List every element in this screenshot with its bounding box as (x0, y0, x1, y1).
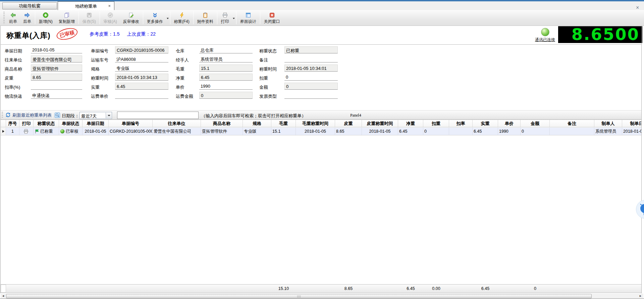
column-header-扣重[interactable]: 扣重 (423, 120, 449, 127)
form-label: 称重时间 (259, 66, 277, 72)
approved-stamp: 已审核 (55, 26, 79, 42)
toolbar-separator (35, 11, 35, 24)
summary-商品名称 (201, 285, 243, 293)
toolbar-button-关闭窗口[interactable]: 关闭窗口 (261, 10, 283, 25)
column-header-序号[interactable]: 序号 (6, 120, 19, 127)
column-header-打印[interactable]: 打印 (19, 120, 34, 127)
save-icon (86, 11, 92, 18)
scrollbar-thumb[interactable] (6, 294, 592, 298)
comm-connected-icon (541, 28, 549, 36)
add-icon (43, 11, 49, 18)
form-field[interactable]: 已称重 (284, 46, 338, 53)
column-header-制单人[interactable]: 制单人 (594, 120, 622, 127)
column-header-单据编号[interactable]: 单据编号 (109, 120, 153, 127)
toolbar-button-前单[interactable]: 前单 (6, 10, 20, 25)
row-marker-icon (2, 130, 4, 133)
column-header-净重[interactable]: 净重 (398, 120, 423, 127)
summary-制单日期 (622, 285, 644, 293)
tab-nav-window[interactable]: 功能导航窗 (2, 2, 57, 9)
refresh-list-button[interactable]: 刷新最近称重单列表 (5, 112, 52, 119)
column-header-金额[interactable]: 金额 (521, 120, 550, 127)
column-header-实重[interactable]: 实重 (473, 120, 498, 127)
date-range-select[interactable]: 最近7天 (79, 112, 112, 119)
column-header-往来单位[interactable]: 往来单位 (153, 120, 201, 127)
toolbar-button-复制新增[interactable]: 复制新增 (56, 10, 78, 25)
grid-summary-row: 15.108.656.450.006.450 (1, 284, 641, 293)
cell-备注 (550, 128, 594, 135)
copy-icon (64, 11, 70, 18)
refresh-label: 刷新最近称重单列表 (12, 112, 52, 118)
toolbar-button-反审修改[interactable]: 反审修改 (120, 10, 142, 25)
form-field[interactable]: 0 (284, 83, 338, 90)
search-input[interactable] (117, 112, 199, 119)
toolbar-grip[interactable] (3, 12, 5, 24)
cell-皮重称重时间: 2018-01-05 (362, 128, 398, 135)
printer-icon[interactable] (23, 129, 29, 134)
column-header-单据状态[interactable]: 单据状态 (59, 120, 83, 127)
summary-单据状态 (59, 285, 83, 293)
cell-净重: 6.45 (398, 128, 423, 135)
toolbar-button-保存(S)[interactable]: 保存(S) (79, 10, 99, 25)
column-header-单价[interactable]: 单价 (498, 120, 521, 127)
column-header-扣率[interactable]: 扣率 (449, 120, 473, 127)
grid-header-row: 序号打印称重状态单据状态单据日期单据编号往来单位商品名称规格毛重毛重称重时间皮重… (1, 120, 641, 127)
assistant-icon (639, 203, 644, 216)
summary-corner-cell (1, 285, 6, 293)
summary-实重: 6.45 (473, 285, 498, 293)
column-header-皮重称重时间[interactable]: 皮重称重时间 (362, 120, 398, 127)
column-header-皮重[interactable]: 皮重 (335, 120, 362, 127)
form-field[interactable] (284, 92, 338, 99)
more-icon (152, 11, 158, 18)
toolbar-separator (143, 11, 143, 24)
toolbar-button-更多操作[interactable]: 更多操作 (144, 10, 166, 25)
column-header-单据日期[interactable]: 单据日期 (83, 120, 109, 127)
column-header-制单日期[interactable]: 制单日期 (622, 120, 641, 127)
dropdown-arrow-icon[interactable] (167, 18, 169, 19)
column-header-毛重称重时间[interactable]: 毛重称重时间 (296, 120, 335, 127)
tab-bar: 功能导航窗 地磅称重单 × (0, 1, 644, 10)
window-border-right (641, 26, 642, 293)
toolbar-button-附件资料[interactable]: 附件资料 (194, 10, 216, 25)
sphere-icon (60, 129, 65, 134)
horizontal-scrollbar[interactable]: ◀ ▶ (1, 294, 643, 298)
ref-tare-label: 参考皮重：1.5 (90, 31, 119, 37)
scroll-left-icon[interactable]: ◀ (1, 294, 6, 298)
print-icon (222, 11, 228, 18)
panel-grip[interactable] (2, 112, 3, 119)
column-header-商品名称[interactable]: 商品名称 (201, 120, 243, 127)
dropdown-arrow-icon[interactable] (106, 113, 111, 118)
column-header-备注[interactable]: 备注 (550, 120, 594, 127)
cell-单据状态: 已审核 (59, 128, 83, 135)
column-header-规格[interactable]: 规格 (243, 120, 271, 127)
toolbar-button-新增(N)[interactable]: 新增(N) (36, 10, 56, 25)
weight-led-display: 8.6500 (558, 26, 642, 43)
dropdown-arrow-icon[interactable] (233, 18, 235, 19)
comm-status: 通讯已连接 (533, 27, 557, 43)
toolbar-button-审核(A)[interactable]: 审核(A) (101, 10, 120, 25)
form-label: 金额 (259, 84, 268, 90)
form-field[interactable]: 0 (284, 74, 338, 81)
summary-单价 (498, 285, 521, 293)
row-marker (1, 128, 6, 135)
column-header-毛重[interactable]: 毛重 (271, 120, 296, 127)
date-range-value: 最近7天 (81, 113, 97, 119)
grid-data-row[interactable]: 1已称重已审核2018-01-05CGRKD-20180105-0006爱普生中… (1, 128, 641, 135)
tab-close-icon[interactable]: × (108, 3, 111, 8)
form-field[interactable] (284, 55, 338, 62)
tab-weighbridge[interactable]: 地磅称重单 × (58, 1, 114, 10)
summary-毛重: 15.10 (271, 285, 296, 293)
column-header-称重状态[interactable]: 称重状态 (34, 120, 59, 127)
toolbar-button-界面设计[interactable]: 界面设计 (237, 10, 259, 25)
title-strip: 称重单(入库) 已审核 参考皮重：1.5上次皮重：22 通讯已连接 8.6500 (1, 26, 641, 45)
scroll-right-icon[interactable]: ▶ (638, 294, 643, 298)
toolbar-button-打印[interactable]: 打印 (218, 10, 232, 25)
toolbar-separator (170, 11, 170, 24)
form-field[interactable]: 2018-01-05 10:34:01 (284, 65, 338, 72)
date-filter-icon (55, 113, 60, 119)
toolbar-separator (100, 11, 100, 24)
search-hint: （输入内容后回车即可检索；双击可打开相应称重单） (201, 113, 306, 119)
summary-毛重称重时间 (296, 285, 335, 293)
toolbar-button-称重(F4)[interactable]: 称重(F4) (171, 10, 193, 25)
toolbar-button-后单[interactable]: 后单 (20, 10, 34, 25)
window-border-left (0, 26, 1, 293)
